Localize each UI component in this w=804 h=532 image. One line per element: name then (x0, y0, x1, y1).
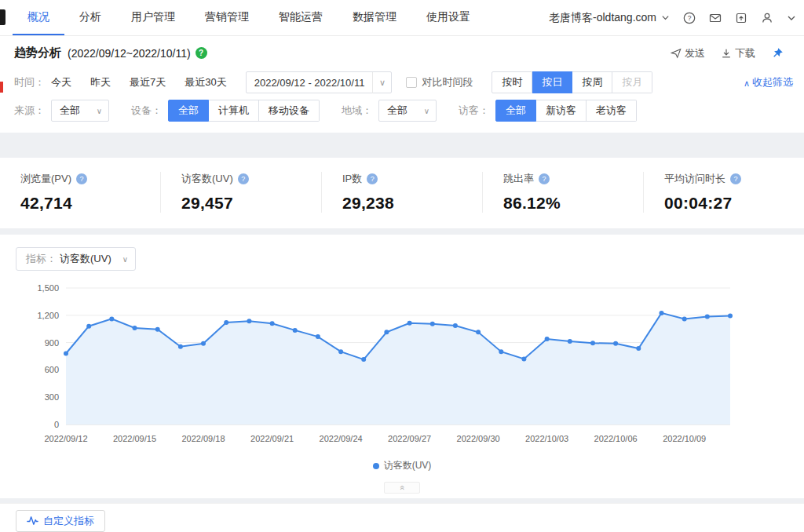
svg-text:?: ? (688, 14, 692, 22)
source-select[interactable]: 全部 ∨ (51, 100, 109, 122)
nav-item-marketing[interactable]: 营销管理 (190, 0, 264, 35)
bottom-toolbar: 自定义指标 (0, 503, 804, 532)
region-select[interactable]: 全部 ∨ (378, 100, 437, 122)
stat-help-icon[interactable]: ? (367, 173, 378, 184)
legend-label: 访客数(UV) (384, 459, 432, 472)
legend-dot-icon (373, 463, 379, 469)
range-30days-button[interactable]: 最近30天 (185, 75, 226, 89)
svg-text:2022/09/18: 2022/09/18 (181, 434, 225, 443)
mail-icon[interactable] (709, 12, 722, 24)
stat-uv-value: 29,457 (181, 194, 321, 213)
visitor-all-button[interactable]: 全部 (495, 100, 536, 122)
stat-avg-duration: 平均访问时长 ? 00:04:27 (643, 172, 804, 213)
compare-label: 对比时间段 (422, 75, 473, 89)
stat-pv-value: 42,714 (20, 194, 160, 213)
svg-text:900: 900 (45, 338, 59, 348)
help-icon[interactable]: ? (683, 12, 696, 24)
granularity-day-button[interactable]: 按日 (532, 71, 572, 93)
export-icon[interactable] (735, 12, 747, 24)
nav-item-settings[interactable]: 使用设置 (411, 0, 485, 35)
chart-collapse-toggle[interactable]: « (384, 482, 420, 494)
device-all-button[interactable]: 全部 (168, 100, 209, 122)
visitor-new-button[interactable]: 新访客 (536, 100, 587, 122)
stat-uv-label: 访客数(UV) (181, 172, 233, 186)
compare-checkbox[interactable] (406, 77, 417, 88)
chevron-down-icon: ∨ (122, 255, 128, 264)
svg-text:1,500: 1,500 (37, 283, 59, 293)
range-7days-button[interactable]: 最近7天 (130, 75, 166, 89)
date-range-picker[interactable]: 2022/09/12 - 2022/10/11 ∨ (246, 71, 393, 93)
visitor-returning-button[interactable]: 老访客 (587, 100, 637, 122)
top-navbar: 概况 分析 用户管理 营销管理 智能运营 数据管理 使用设置 老唐博客-oldt… (0, 0, 804, 36)
stat-help-icon[interactable]: ? (730, 173, 741, 184)
stat-help-icon[interactable]: ? (76, 173, 87, 184)
nav-item-data-management[interactable]: 数据管理 (338, 0, 411, 35)
svg-text:600: 600 (45, 365, 59, 374)
svg-text:2022/09/27: 2022/09/27 (388, 434, 431, 443)
metric-select[interactable]: 指标： 访客数(UV) ∨ (16, 247, 136, 271)
send-button[interactable]: 发送 (671, 46, 705, 60)
site-name: 老唐博客-oldtang.com (549, 11, 656, 25)
svg-text:0: 0 (54, 420, 59, 429)
time-label: 时间： (14, 75, 45, 89)
source-label: 来源： (14, 104, 45, 118)
collapse-filters-link[interactable]: ∧ 收起筛选 (744, 75, 793, 89)
svg-text:300: 300 (45, 392, 59, 402)
svg-text:2022/09/12: 2022/09/12 (44, 434, 87, 443)
granularity-month-button[interactable]: 按月 (612, 71, 652, 93)
panel-chevron-down-icon[interactable] (787, 13, 796, 23)
chevron-down-icon: ∨ (424, 107, 429, 115)
device-mobile-button[interactable]: 移动设备 (259, 100, 320, 122)
stat-ip-label: IP数 (342, 172, 362, 186)
nav-item-analysis[interactable]: 分析 (64, 0, 116, 35)
granularity-week-button[interactable]: 按周 (572, 71, 612, 93)
pulse-icon (27, 515, 38, 527)
granularity-hour-button[interactable]: 按时 (492, 71, 532, 93)
stat-ip-value: 29,238 (342, 194, 482, 213)
svg-text:1,200: 1,200 (37, 311, 59, 320)
nav-item-overview[interactable]: 概况 (13, 0, 64, 35)
send-icon (671, 48, 682, 59)
svg-text:2022/09/21: 2022/09/21 (250, 434, 294, 443)
visitor-label: 访客： (459, 104, 489, 118)
download-button[interactable]: 下载 (721, 46, 755, 60)
stat-help-icon[interactable]: ? (238, 173, 249, 184)
visitor-switch: 全部 新访客 老访客 (495, 100, 637, 122)
time-filter-row: 时间： 今天 昨天 最近7天 最近30天 2022/09/12 - 2022/1… (0, 68, 804, 97)
metric-label: 指标： (26, 252, 57, 266)
report-header-block: 趋势分析 (2022/09/12~2022/10/11) ? 发送 下载 时间：… (0, 36, 804, 133)
primary-nav: 概况 分析 用户管理 营销管理 智能运营 数据管理 使用设置 (13, 0, 485, 35)
dimension-filter-row: 来源： 全部 ∨ 设备： 全部 计算机 移动设备 地域： 全部 ∨ 访客： 全部… (0, 97, 804, 125)
report-date-range: (2022/09/12~2022/10/11) (68, 47, 191, 60)
stat-bounce-rate: 跳出率 ? 86.12% (482, 172, 643, 213)
nav-item-smart-ops[interactable]: 智能运营 (264, 0, 338, 35)
chevron-down-icon: ∨ (97, 107, 102, 115)
nav-item-user-management[interactable]: 用户管理 (116, 0, 190, 35)
pin-button[interactable] (771, 47, 784, 60)
chevron-up-icon: ∧ (744, 78, 750, 89)
svg-text:2022/10/09: 2022/10/09 (663, 434, 706, 443)
custom-metric-button[interactable]: 自定义指标 (16, 510, 105, 532)
chart-legend[interactable]: 访客数(UV) (0, 459, 804, 472)
user-icon[interactable] (761, 12, 773, 24)
range-yesterday-button[interactable]: 昨天 (90, 75, 111, 89)
stat-bounce-value: 86.12% (503, 194, 643, 213)
stat-ip: IP数 ? 29,238 (321, 172, 482, 213)
logo-partial (0, 9, 5, 25)
device-switch: 全部 计算机 移动设备 (168, 100, 320, 122)
stat-duration-value: 00:04:27 (664, 194, 804, 213)
page-title: 趋势分析 (14, 46, 61, 60)
device-pc-button[interactable]: 计算机 (209, 100, 259, 122)
stat-help-icon[interactable]: ? (539, 173, 550, 184)
site-selector[interactable]: 老唐博客-oldtang.com (549, 11, 670, 25)
summary-stats-card: 浏览量(PV) ? 42,714 访客数(UV) ? 29,457 IP数 ? … (0, 158, 804, 228)
stat-uv: 访客数(UV) ? 29,457 (160, 172, 321, 213)
stat-pv-label: 浏览量(PV) (20, 172, 71, 186)
range-today-button[interactable]: 今天 (51, 75, 71, 89)
svg-text:2022/10/06: 2022/10/06 (594, 434, 638, 443)
uv-trend-line-chart[interactable]: 03006009001,2001,5002022/09/122022/09/15… (9, 277, 795, 459)
svg-text:2022/10/03: 2022/10/03 (525, 434, 568, 443)
pin-icon (771, 47, 784, 60)
chevron-down-icon (661, 13, 670, 22)
report-help-icon[interactable]: ? (196, 47, 207, 59)
